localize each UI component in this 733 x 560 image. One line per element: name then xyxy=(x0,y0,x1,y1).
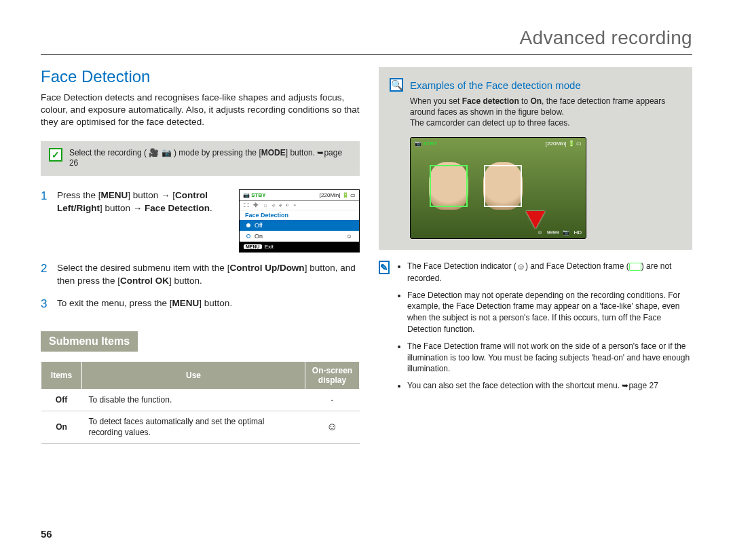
face-indicator-icon: ☺ xyxy=(537,229,542,236)
callout-text: Select the recording ( 🎥 📷 ) mode by pre… xyxy=(69,148,352,169)
step-2: 2 Select the desired submenu item with t… xyxy=(41,262,360,288)
th-items: Items xyxy=(41,361,82,389)
note-item: Face Detection may not operate depending… xyxy=(407,290,692,335)
examples-panel: 🔍 Examples of the Face detection mode Wh… xyxy=(379,67,692,250)
table-row: Off To disable the function. - xyxy=(41,389,360,411)
lcd-item-on: On☺ xyxy=(240,231,359,242)
notes-block: ✎ The Face Detection indicator (☺) and F… xyxy=(379,261,692,397)
lcd-toolbar: ⛶ ✦ ☼ ⊚ ⊕ ◐ ◈ xyxy=(240,201,359,210)
camera-icon: 📷 xyxy=(162,148,172,157)
submenu-heading: Submenu Items xyxy=(41,331,138,352)
chapter-title: Advanced recording xyxy=(41,27,692,55)
panel-title: Examples of the Face detection mode xyxy=(410,79,581,91)
step-1: 1 Press the [MENU] button → [Control Lef… xyxy=(41,189,360,253)
section-title: Face Detection xyxy=(41,67,360,86)
note-item: The Face Detection frame will not work o… xyxy=(407,341,692,375)
left-column: Face Detection Face Detection detects an… xyxy=(41,67,360,444)
face-frame-primary xyxy=(430,165,468,207)
step-3: 3 To exit the menu, press the [MENU] but… xyxy=(41,297,360,311)
th-display: On-screen display xyxy=(305,361,360,389)
submenu-table: Items Use On-screen display Off To disab… xyxy=(41,361,360,445)
magnify-icon: 🔍 xyxy=(390,78,403,92)
lcd-rec-icon: 📷 STBY xyxy=(243,192,266,198)
step-text: Select the desired submenu item with the… xyxy=(57,262,360,288)
lcd-footer: MENUExit xyxy=(240,242,359,252)
lcd-preview: 📷 STBY [220Min] 🔋 ▭ ⛶ ✦ ☼ ⊚ ⊕ ◐ ◈ Face D… xyxy=(239,189,360,253)
face-indicator-icon: ☺ xyxy=(516,261,525,273)
step-text: Press the [MENU] button → [Control Left/… xyxy=(57,189,232,215)
page-number: 56 xyxy=(41,528,52,540)
table-header-row: Items Use On-screen display xyxy=(41,361,360,389)
step-text: To exit the menu, press the [MENU] butto… xyxy=(57,297,360,310)
right-column: 🔍 Examples of the Face detection mode Wh… xyxy=(379,67,692,444)
step-number: 1 xyxy=(41,189,50,203)
note-icon: ✎ xyxy=(379,261,390,274)
panel-text: When you set Face detection to On, the f… xyxy=(410,96,681,129)
mode-callout: ✓ Select the recording ( 🎥 📷 ) mode by p… xyxy=(41,141,360,176)
camera-preview: 📷 STBY [220Min] 🔋 ▭ ☺ 9999 📷 HD xyxy=(410,137,586,239)
check-icon: ✓ xyxy=(49,148,62,162)
lcd-item-off: Off xyxy=(240,220,359,231)
note-item: The Face Detection indicator (☺) and Fac… xyxy=(407,261,692,284)
step-number: 3 xyxy=(41,297,50,311)
face-frame-icon xyxy=(629,263,641,271)
intro-text: Face Detection detects and recognises fa… xyxy=(41,92,360,129)
th-use: Use xyxy=(82,361,305,389)
cursor-icon xyxy=(526,211,545,229)
face-detection-icon: ☺ xyxy=(326,421,337,432)
lcd-menu-title: Face Detection xyxy=(240,210,359,220)
table-row: On To detect faces automatically and set… xyxy=(41,411,360,444)
video-icon: 🎥 xyxy=(149,148,159,157)
step-number: 2 xyxy=(41,262,50,276)
note-item: You can also set the face detection with… xyxy=(407,380,692,392)
face-frame-secondary xyxy=(484,165,522,207)
